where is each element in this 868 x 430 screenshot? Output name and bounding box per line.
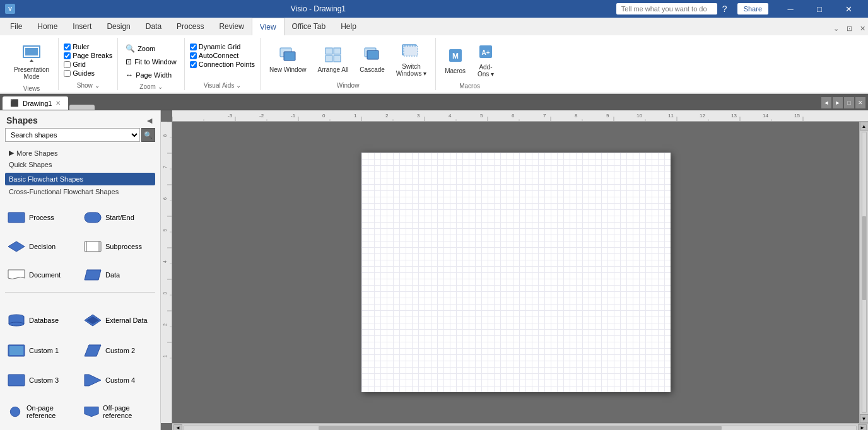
dynamic-grid-checkbox-label[interactable]: Dynamic Grid <box>190 43 255 50</box>
shapes-search-select[interactable]: Search shapes <box>5 128 140 142</box>
shape-item-database[interactable]: Database <box>5 306 79 334</box>
more-shapes-item[interactable]: ▶ More Shapes <box>5 147 155 159</box>
page-width-button[interactable]: ↔ Page Width <box>123 69 174 81</box>
ribbon-expand-btn[interactable]: ⊡ <box>844 23 855 34</box>
visual-aids-options: Dynamic Grid AutoConnect Connection Poin… <box>190 38 255 82</box>
ribbon-content: PresentationMode Views Ruler Page Breaks <box>0 35 868 93</box>
minimize-button[interactable]: ─ <box>776 0 805 18</box>
show-expand-icon[interactable]: ⌄ <box>95 82 100 89</box>
grid-checkbox-label[interactable]: Grid <box>64 61 112 68</box>
basic-flowchart-category[interactable]: Basic Flowchart Shapes <box>5 173 155 185</box>
doc-tab-drawing1[interactable]: ⬛ Drawing1 ✕ <box>3 96 68 110</box>
svg-text:6: 6 <box>512 113 515 119</box>
shape-item-onpage[interactable]: On-page reference <box>5 397 79 427</box>
shapes-collapse-button[interactable]: ◄ <box>145 115 154 125</box>
connection-points-checkbox-label[interactable]: Connection Points <box>190 61 255 68</box>
autoconnect-checkbox[interactable] <box>190 52 197 59</box>
horizontal-ruler: -3 -2 -1 0 1 2 3 4 5 6 7 8 9 10 11 12 13… <box>172 110 868 122</box>
scroll-right-arrow[interactable]: ► <box>858 424 867 431</box>
tab-close-btn[interactable]: ✕ <box>855 97 865 108</box>
tab-scroll-left[interactable]: ◄ <box>821 97 831 108</box>
tab-scroll-right[interactable]: ► <box>833 97 843 108</box>
fit-to-window-button[interactable]: ⊡ Fit to Window <box>123 56 179 67</box>
canvas-area: -3 -2 -1 0 1 2 3 4 5 6 7 8 9 10 11 12 13… <box>161 110 868 430</box>
cascade-button[interactable]: Cascade <box>356 44 388 76</box>
tab-insert[interactable]: Insert <box>65 18 99 35</box>
svg-rect-8 <box>326 55 332 62</box>
shape-item-offpage[interactable]: Off-page reference <box>81 397 155 427</box>
page-breaks-checkbox[interactable] <box>64 52 71 59</box>
h-scroll-track[interactable] <box>184 426 857 431</box>
autoconnect-checkbox-label[interactable]: AutoConnect <box>190 52 255 59</box>
drawing-page[interactable] <box>361 153 671 392</box>
doc-tab-empty[interactable] <box>69 105 95 110</box>
shape-item-startend[interactable]: Start/End <box>81 204 155 231</box>
connection-points-checkbox[interactable] <box>190 61 197 68</box>
help-icon[interactable]: ? <box>722 4 727 14</box>
v-scroll-thumb[interactable] <box>862 216 866 300</box>
close-button[interactable]: ✕ <box>834 0 863 18</box>
shape-item-custom2[interactable]: Custom 2 <box>81 337 155 364</box>
ruler-checkbox[interactable] <box>64 44 71 50</box>
shape-item-custom3[interactable]: Custom 3 <box>5 367 79 395</box>
tab-home[interactable]: Home <box>30 18 65 35</box>
doc-tab-close-icon[interactable]: ✕ <box>56 100 61 107</box>
shape-item-data[interactable]: Data <box>81 262 155 289</box>
shape-item-externaldata[interactable]: External Data <box>81 306 155 334</box>
tab-design[interactable]: Design <box>99 18 138 35</box>
shapes-panel-header: Shapes ◄ <box>0 110 160 128</box>
tab-process[interactable]: Process <box>169 18 211 35</box>
share-button[interactable]: Share <box>737 3 768 15</box>
v-scroll-track[interactable] <box>862 132 867 413</box>
ribbon-tab-bar: File Home Insert Design Data Process Rev… <box>0 18 868 35</box>
svg-text:6: 6 <box>163 197 167 200</box>
new-window-button[interactable]: New Window <box>266 44 310 76</box>
restore-button[interactable]: □ <box>805 0 834 18</box>
scroll-up-arrow[interactable]: ▲ <box>860 122 869 131</box>
switch-windows-button[interactable]: SwitchWindows ▾ <box>392 41 430 79</box>
tab-help[interactable]: Help <box>333 18 364 35</box>
shape-item-decision[interactable]: Decision <box>5 233 79 260</box>
tab-view[interactable]: View <box>252 18 284 35</box>
zoom-button[interactable]: 🔍 Zoom <box>123 43 158 54</box>
ribbon-group-show: Ruler Page Breaks Grid Guides <box>59 38 118 90</box>
grid-checkbox[interactable] <box>64 61 71 68</box>
scroll-down-arrow[interactable]: ▼ <box>860 414 869 423</box>
presentation-mode-icon <box>21 43 42 65</box>
scroll-left-arrow[interactable]: ◄ <box>173 424 182 431</box>
window-controls: ─ □ ✕ <box>776 0 863 18</box>
tab-file[interactable]: File <box>3 18 30 35</box>
ribbon-collapse-btn[interactable]: ⌄ <box>831 23 842 34</box>
shapes-search-button[interactable]: 🔍 <box>141 128 155 142</box>
svg-point-27 <box>9 322 24 326</box>
shape-item-custom4[interactable]: Custom 4 <box>81 367 155 395</box>
shape-item-subprocess[interactable]: Subprocess <box>81 233 155 260</box>
ruler-checkbox-label[interactable]: Ruler <box>64 43 112 50</box>
tab-review[interactable]: Review <box>211 18 251 35</box>
page-breaks-checkbox-label[interactable]: Page Breaks <box>64 52 112 59</box>
guides-checkbox[interactable] <box>64 70 71 77</box>
tab-data[interactable]: Data <box>138 18 169 35</box>
shape-item-custom1[interactable]: Custom 1 <box>5 337 79 364</box>
cross-functional-category[interactable]: Cross-Functional Flowchart Shapes <box>5 185 155 198</box>
shape-item-process[interactable]: Process <box>5 204 79 231</box>
ribbon-close-btn[interactable]: ✕ <box>857 23 868 34</box>
shape-item-document[interactable]: Document <box>5 262 79 289</box>
add-ons-button[interactable]: A+ Add-Ons ▾ <box>473 40 498 80</box>
guides-checkbox-label[interactable]: Guides <box>64 69 112 77</box>
arrange-all-button[interactable]: Arrange All <box>314 44 352 76</box>
zoom-expand-icon[interactable]: ⌄ <box>158 83 163 90</box>
tell-me-input[interactable] <box>616 3 717 15</box>
svg-marker-34 <box>85 345 101 356</box>
tab-restore-btn[interactable]: □ <box>844 97 854 108</box>
h-scroll-thumb[interactable] <box>319 426 722 430</box>
ribbon-group-zoom: 🔍 Zoom ⊡ Fit to Window ↔ Page Width Zoom… <box>118 38 185 90</box>
visual-aids-expand-icon[interactable]: ⌄ <box>236 82 241 89</box>
macros-button[interactable]: M Macros <box>441 44 469 77</box>
dynamic-grid-checkbox[interactable] <box>190 44 197 50</box>
svg-text:3: 3 <box>163 292 167 294</box>
tab-office-tab[interactable]: Office Tab <box>284 18 334 35</box>
drawing-canvas-scroll[interactable] <box>172 122 859 423</box>
quick-shapes-item[interactable]: Quick Shapes <box>5 159 155 170</box>
presentation-mode-button[interactable]: PresentationMode <box>10 40 53 83</box>
